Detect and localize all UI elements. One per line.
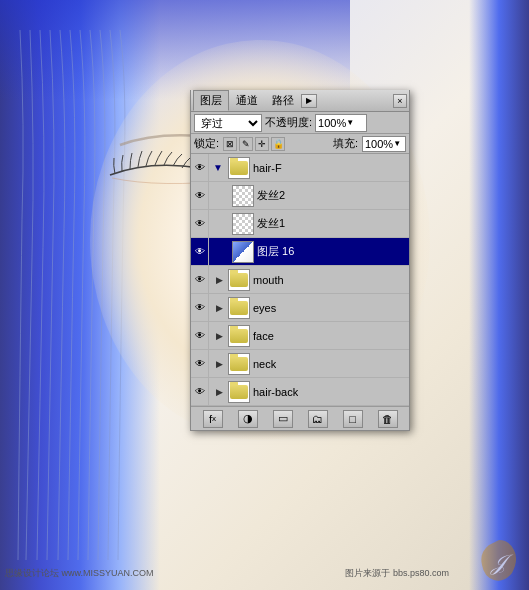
layer-name-hair-back: hair-back	[253, 386, 298, 398]
layer-row-mouth[interactable]: 👁 ▶ mouth	[191, 266, 409, 294]
layer-thumb-hair-back	[228, 381, 250, 403]
expand-mouth[interactable]: ▶	[213, 274, 225, 286]
layer-thumb-mouth	[228, 269, 250, 291]
layer-thumb-eyes	[228, 297, 250, 319]
panel-controls-row1: 穿过 不透明度: 100%▼	[191, 112, 409, 134]
layers-panel: 图层 通道 路径 ▶ × 穿过 不透明度: 100%▼ 锁定: ⊠ ✎ ✛ 🔒 …	[190, 90, 410, 431]
layer-thumb-fassi2	[232, 185, 254, 207]
layer-eye-face[interactable]: 👁	[191, 322, 209, 350]
layer-thumb-hair-F	[228, 157, 250, 179]
layer-eye-eyes[interactable]: 👁	[191, 294, 209, 322]
hair-right	[469, 0, 529, 590]
layer-thumb-layer16	[232, 241, 254, 263]
layer-row-face[interactable]: 👁 ▶ face	[191, 322, 409, 350]
layer-row-hair-back[interactable]: 👁 ▶ hair-back	[191, 378, 409, 406]
opacity-value[interactable]: 100%▼	[315, 114, 367, 132]
layer-row-neck[interactable]: 👁 ▶ neck	[191, 350, 409, 378]
tab-layers[interactable]: 图层	[193, 90, 229, 111]
layer-row-eyes[interactable]: 👁 ▶ eyes	[191, 294, 409, 322]
panel-tabs: 图层 通道 路径 ▶ ×	[191, 90, 409, 112]
layer-eye-fassi2[interactable]: 👁	[191, 182, 209, 210]
layer-name-mouth: mouth	[253, 274, 284, 286]
layer-row-layer16[interactable]: 👁 图层 16	[191, 238, 409, 266]
layer-name-eyes: eyes	[253, 302, 276, 314]
expand-face[interactable]: ▶	[213, 330, 225, 342]
tab-channels[interactable]: 通道	[229, 90, 265, 111]
layer-name-neck: neck	[253, 358, 276, 370]
fill-label: 填充:	[333, 136, 358, 151]
layer-eye-hair-F[interactable]: 👁	[191, 154, 209, 182]
layer-thumb-fassi1	[232, 213, 254, 235]
layer-thumb-neck	[228, 353, 250, 375]
panel-controls-row2: 锁定: ⊠ ✎ ✛ 🔒 填充: 100%▼	[191, 134, 409, 154]
lock-pixels-button[interactable]: ✎	[239, 137, 253, 151]
layer-row-hair-F[interactable]: 👁 ▼ hair-F	[191, 154, 409, 182]
layer-name-fassi2: 发丝2	[257, 188, 285, 203]
lock-all-button[interactable]: 🔒	[271, 137, 285, 151]
expand-neck[interactable]: ▶	[213, 358, 225, 370]
layer-name-layer16: 图层 16	[257, 244, 294, 259]
layer-list: 👁 ▼ hair-F 👁 发丝2 👁	[191, 154, 409, 406]
layer-eye-layer16[interactable]: 👁	[191, 238, 209, 266]
lock-transparent-button[interactable]: ⊠	[223, 137, 237, 151]
expand-hair-back[interactable]: ▶	[213, 386, 225, 398]
panel-menu-button[interactable]: ▶	[301, 94, 317, 108]
panel-close-button[interactable]: ×	[393, 94, 407, 108]
delete-layer-button[interactable]: 🗑	[378, 410, 398, 428]
new-group-button[interactable]: 🗂	[308, 410, 328, 428]
lock-icons: ⊠ ✎ ✛ 🔒	[223, 137, 285, 151]
panel-bottom-toolbar: fx ◑ ▭ 🗂 □ 🗑	[191, 406, 409, 430]
layer-thumb-face	[228, 325, 250, 347]
group-arrow-hair-F[interactable]: ▼	[213, 162, 223, 173]
layer-eye-fassi1[interactable]: 👁	[191, 210, 209, 238]
layer-name-face: face	[253, 330, 274, 342]
watermark-left: 思缘设计论坛 www.MISSYUAN.COM	[5, 567, 154, 580]
layer-eye-mouth[interactable]: 👁	[191, 266, 209, 294]
fill-value[interactable]: 100%▼	[362, 136, 406, 152]
layer-row-fassi2[interactable]: 👁 发丝2	[191, 182, 409, 210]
layer-row-fassi1[interactable]: 👁 发丝1	[191, 210, 409, 238]
opacity-label: 不透明度:	[265, 115, 312, 130]
adjustment-button[interactable]: ◑	[238, 410, 258, 428]
layer-eye-neck[interactable]: 👁	[191, 350, 209, 378]
expand-eyes[interactable]: ▶	[213, 302, 225, 314]
new-layer-button[interactable]: □	[343, 410, 363, 428]
tab-paths[interactable]: 路径	[265, 90, 301, 111]
logo-icon: 𝒥	[474, 535, 524, 585]
mask-button[interactable]: ▭	[273, 410, 293, 428]
blend-mode-select[interactable]: 穿过	[194, 114, 262, 132]
watermark-right: 图片来源于 bbs.ps80.com	[345, 567, 449, 580]
fx-button[interactable]: fx	[203, 410, 223, 428]
lock-position-button[interactable]: ✛	[255, 137, 269, 151]
layer-name-hair-F: hair-F	[253, 162, 282, 174]
layer-name-fassi1: 发丝1	[257, 216, 285, 231]
lock-label: 锁定:	[194, 136, 219, 151]
layer-eye-hair-back[interactable]: 👁	[191, 378, 209, 406]
